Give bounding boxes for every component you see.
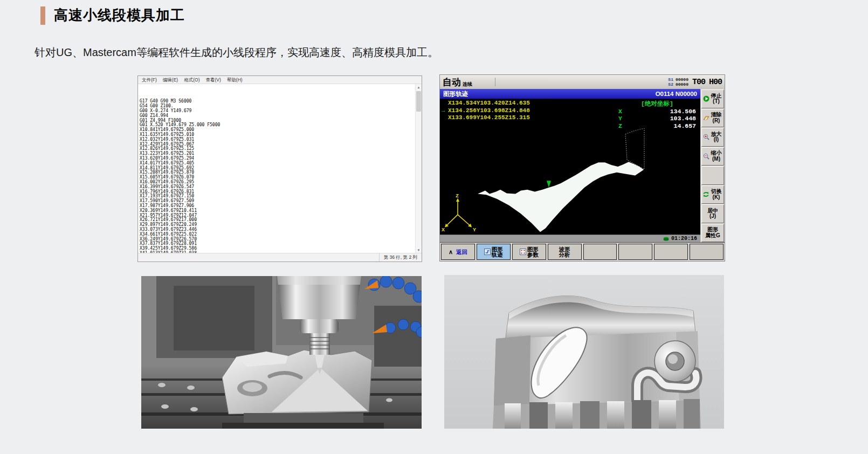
page-title: 高速小线段模具加工 (54, 6, 185, 25)
tool-code: T00 (692, 78, 705, 87)
notepad-statusbar: 第 36 行, 第 2 列 (138, 253, 422, 262)
notepad-menu-item[interactable]: 文件(F) (142, 77, 157, 84)
gcode-line: X41.013Y149.679Z31.038 (140, 251, 416, 253)
tab-empty[interactable] (690, 244, 724, 260)
axis-z-label: Z (456, 193, 459, 199)
machined-surface (478, 162, 644, 232)
tab-graph-params[interactable]: 图形参数 (512, 244, 546, 260)
coord-header: [绝对坐标] (616, 100, 698, 108)
stop-button[interactable]: 停止(T) (701, 90, 724, 108)
program-line: X133.699Y104.255Z15.315 (448, 114, 530, 122)
axis-y-label: Y (473, 227, 476, 233)
cnc-mode-sub: 连续 (463, 81, 472, 88)
eraser-icon (702, 115, 709, 121)
active-line-marker: → (442, 107, 448, 115)
axis-x-label: X (442, 227, 445, 233)
cnc-header: 自动 连续 S100000 S200000 T00 H00 (440, 75, 725, 89)
s1-label: S1 (668, 77, 673, 82)
trace-icon (484, 249, 491, 255)
zoom-out-button[interactable]: 缩小(M) (701, 147, 724, 166)
zoom-in-button[interactable]: 放大(I) (701, 128, 724, 147)
page-subtitle: 针对UG、Mastercam等编程软件生成的小线段程序，实现高速度、高精度模具加… (35, 45, 438, 60)
cnc-program-lines: X134.534Y103.420Z14.635 →X134.256Y103.69… (442, 100, 530, 122)
switch-button[interactable]: 切换(K) (701, 185, 724, 204)
s2-label: S2 (668, 82, 673, 87)
coord-z-axis: Z (618, 122, 622, 130)
cnc-clock: 01:20:16 (671, 236, 697, 242)
scroll-up-icon[interactable]: ▲ (416, 84, 422, 90)
notepad-menu-item[interactable]: 查看(V) (205, 77, 221, 84)
switch-icon (702, 191, 709, 197)
cnc-titlebar: 图形轨迹 O0114 N00000 (440, 89, 700, 99)
tab-empty[interactable] (583, 244, 617, 260)
cnc-screen-title: 图形轨迹 (443, 90, 468, 98)
line-marker (442, 100, 448, 107)
accent-bar (40, 6, 45, 25)
params-icon (520, 249, 526, 255)
coord-x-axis: X (618, 108, 622, 115)
tab-return[interactable]: ∧ 返回 (441, 244, 475, 260)
notepad-window: 文件(F)编辑(E)格式(O)查看(V)帮助(H) G17 G40 G90 M3… (137, 75, 422, 262)
tab-graph-trace[interactable]: 图形轨迹 (477, 244, 511, 260)
blank-button[interactable] (701, 166, 724, 185)
scrollbar-thumb[interactable] (416, 91, 421, 112)
tool-position-marker (547, 181, 551, 188)
line-marker (442, 114, 448, 122)
divider (495, 78, 495, 86)
clear-button[interactable]: 清除(R) (701, 109, 724, 128)
gcode-line: G00 X-0.274 Y149.679 (140, 109, 416, 114)
gcode-line: G17 G40 G90 M3 S6000 (140, 99, 416, 104)
s1-value: 00000 (676, 77, 688, 82)
coord-z-value: 14.657 (674, 122, 696, 130)
gcode-editor-text[interactable]: G17 G40 G90 M3 S6000G54 G00 Z100.G00 X-0… (138, 84, 416, 253)
caret-up-icon: ∧ (449, 249, 453, 255)
tab-empty[interactable] (618, 244, 652, 260)
program-number: O0114 N00000 (656, 91, 697, 97)
cnc-controller-panel: 自动 连续 S100000 S200000 T00 H00 图形轨迹 O0114… (439, 74, 725, 262)
zoom-out-icon (702, 153, 709, 160)
spindle-speeds: S100000 S200000 (668, 77, 688, 87)
play-icon (702, 95, 709, 102)
cnc-softkey-column: 停止(T) 清除(R) 放大(I) 缩小(M) 切换(K) 居 (700, 89, 725, 242)
s2-value: 00000 (676, 82, 688, 87)
notepad-menubar: 文件(F)编辑(E)格式(O)查看(V)帮助(H) (138, 76, 422, 84)
graph-attribute-button[interactable]: 图形属性G (701, 224, 724, 243)
notepad-menu-item[interactable]: 编辑(E) (163, 77, 178, 84)
scroll-down-icon[interactable]: ▼ (416, 247, 422, 253)
coord-x-value: 134.506 (670, 108, 696, 115)
h-code: H00 (709, 78, 722, 87)
cnc-status-strip: 01:20:16 (440, 235, 700, 242)
coord-y-value: 103.448 (670, 115, 696, 122)
tab-waveform-analysis[interactable]: 波形分析 (548, 244, 582, 260)
notepad-menu-item[interactable]: 帮助(H) (227, 77, 243, 84)
finished-mold-photo (444, 275, 724, 429)
cnc-graphics-screen: Z X Y X134.534Y103.420Z14.635 →X134.256Y… (440, 99, 700, 235)
cnc-mode: 自动 (443, 76, 461, 88)
scrollbar[interactable]: ▲ ▼ (415, 84, 422, 253)
cnc-tab-bar: ∧ 返回 图形轨迹 图形参数 波形分析 (440, 242, 725, 261)
milling-machine-photo (141, 276, 422, 429)
status-icon (663, 237, 669, 241)
section-header: 高速小线段模具加工 (40, 6, 185, 25)
notepad-menu-item[interactable]: 格式(O) (184, 77, 199, 84)
absolute-coordinates: [绝对坐标] X134.506 Y103.448 Z14.657 (616, 100, 698, 129)
axes-indicator (446, 200, 470, 225)
cursor-position: 第 36 行, 第 2 列 (379, 253, 422, 262)
center-button[interactable]: 居中(J) (701, 204, 724, 223)
program-line: X134.256Y103.698Z14.848 (448, 107, 530, 115)
zoom-in-icon (702, 134, 709, 140)
coord-y-axis: Y (618, 115, 622, 122)
program-line: X134.534Y103.420Z14.635 (448, 100, 530, 107)
tab-empty[interactable] (654, 244, 688, 260)
